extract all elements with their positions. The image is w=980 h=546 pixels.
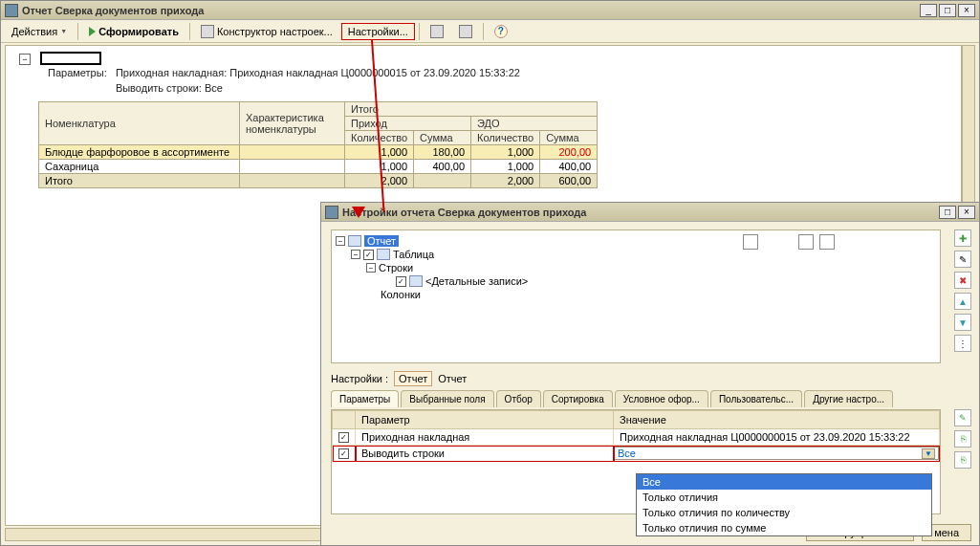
separator [483,23,484,40]
expand-icon[interactable]: − [366,263,376,273]
param-row-active[interactable]: ✓ Выводить строки Все ▼ [333,446,940,462]
col-edo: ЭДО [471,117,598,131]
settings-titlebar[interactable]: Настройки отчета Сверка документов прихо… [321,203,979,222]
param-name: Выводить строки [356,446,614,462]
dropdown-option[interactable]: Только отличия по сумме [637,520,931,535]
structure-tree[interactable]: −Отчет −✓Таблица −Строки ✓<Детальные зап… [331,229,941,363]
add-icon[interactable]: ✚ [954,229,971,247]
close-button[interactable]: × [958,4,975,17]
tree-tool-2[interactable] [798,234,814,250]
checkbox[interactable]: ✓ [338,448,349,459]
col-nomen: Номенклатура [39,102,240,145]
dropdown-option[interactable]: Только отличия [637,490,931,505]
table-row[interactable]: Сахарница 1,000 400,00 1,000 400,00 [39,160,598,174]
param-value[interactable]: Приходная накладная Ц0000000015 от 23.09… [614,429,940,446]
cell-name: Блюдце фарфоровое в ассортименте [39,145,240,160]
checkbox[interactable]: ✓ [396,276,406,287]
minimize-button[interactable]: _ [920,4,937,17]
tab-other[interactable]: Другие настро... [804,390,893,407]
tree-side-toolbar: ✚ ✎ ✖ ▲ ▼ ⋮ [954,229,975,356]
cell-q2: 1,000 [471,145,540,160]
main-title: Отчет Сверка документов прихода [22,5,918,16]
cell-char [240,160,345,174]
settings-path-value2: Отчет [438,373,467,384]
cell-tq2: 2,000 [471,174,540,188]
delete-icon[interactable]: ✖ [954,272,971,289]
col-qty2: Количество [471,131,540,145]
separator [77,23,78,40]
main-titlebar: Отчет Сверка документов прихода _ □ × [1,1,979,20]
checkbox[interactable]: ✓ [338,432,349,443]
expand-icon[interactable]: − [351,250,360,259]
cell-s1: 400,00 [414,160,471,174]
up-icon[interactable]: ▲ [954,293,971,310]
cell-name: Сахарница [39,160,240,174]
table-icon [377,249,390,260]
edit-icon[interactable]: ✎ [954,251,971,268]
tree-node-rows[interactable]: Строки [379,262,413,273]
settings-button[interactable]: Настройки... [341,23,415,40]
tab-conditional[interactable]: Условное офор... [615,390,708,407]
tree-node-report[interactable]: Отчет [364,235,399,247]
tree-tool-1[interactable] [743,234,758,250]
maximize-button[interactable]: □ [939,4,956,17]
value-text: Все [618,448,636,459]
col-param: Параметр [356,411,614,429]
tree-tool-3[interactable] [819,234,835,250]
cell-tq1: 2,000 [345,174,414,188]
value-input[interactable]: Все ▼ [614,447,939,460]
tab-user[interactable]: Пользовательс... [710,390,802,407]
param-tool-1[interactable]: ⎘ [954,430,971,448]
separator [419,23,420,40]
play-icon [89,27,96,36]
export-icon [459,25,472,38]
cell-ts2: 600,00 [540,174,598,188]
settings-title: Настройки отчета Сверка документов прихо… [342,207,937,218]
constructor-button[interactable]: Конструктор настроек... [194,22,339,41]
generate-button[interactable]: Сформировать [82,23,185,40]
app-icon [5,4,18,17]
value-dropdown[interactable]: Все Только отличия Только отличия по кол… [636,473,932,536]
settings-maximize-button[interactable]: □ [939,206,956,219]
col-sum2: Сумма [540,131,598,145]
report-title-redacted [40,52,101,65]
annotation-arrow-head [352,207,365,218]
cell-char [240,145,345,160]
tab-fields[interactable]: Выбранные поля [401,390,493,407]
params-label: Параметры: [48,67,107,78]
param-tool-2[interactable]: ⎘ [954,451,971,469]
tool-icon-2[interactable] [452,22,479,41]
cell-total-label: Итого [39,174,240,188]
param-row[interactable]: ✓ Приходная накладная Приходная накладна… [333,429,940,446]
param-edit-icon[interactable]: ✎ [954,409,971,426]
down-icon[interactable]: ▼ [954,314,971,331]
actions-menu[interactable]: Действия ▼ [5,23,74,40]
dropdown-option[interactable]: Только отличия по количеству [637,505,931,520]
param-line-1: Приходная накладная: Приходная накладная… [116,67,520,78]
main-toolbar: Действия ▼ Сформировать Конструктор наст… [1,20,979,43]
dropdown-button[interactable]: ▼ [922,448,935,459]
col-value: Значение [614,411,940,429]
tree-node-detail[interactable]: <Детальные записи> [425,275,528,287]
cell-s1: 180,00 [414,145,471,160]
tree-node-table[interactable]: Таблица [393,249,434,260]
tab-filter[interactable]: Отбор [496,390,541,407]
separator [189,23,190,40]
tree-node-cols[interactable]: Колонки [381,289,421,300]
help-button[interactable]: ? [488,22,514,41]
collapse-button[interactable]: − [19,54,31,65]
settings-close-button[interactable]: × [958,206,975,219]
generate-label: Сформировать [98,26,179,37]
tool-icon-1[interactable] [424,22,450,41]
dropdown-option[interactable]: Все [637,474,931,490]
settings-tabs: Параметры Выбранные поля Отбор Сортировк… [331,390,941,407]
settings-path: Настройки : Отчет Отчет [331,371,467,386]
expand-icon[interactable]: − [336,236,345,246]
tab-parameters[interactable]: Параметры [331,390,399,407]
more-icon[interactable]: ⋮ [954,335,971,352]
param-line-2: Выводить строки: Все [116,82,223,94]
table-row[interactable]: Блюдце фарфоровое в ассортименте 1,000 1… [39,145,598,160]
checkbox[interactable]: ✓ [363,250,374,260]
settings-path-value[interactable]: Отчет [394,371,432,386]
tab-sort[interactable]: Сортировка [543,390,613,407]
